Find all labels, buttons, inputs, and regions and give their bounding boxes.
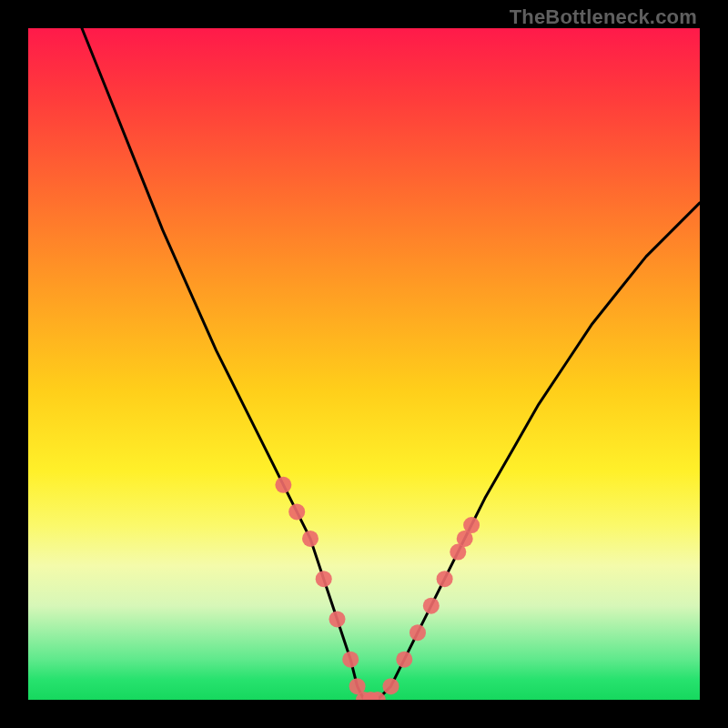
- data-marker: [383, 678, 399, 694]
- chart-frame: TheBottleneck.com: [0, 0, 728, 728]
- data-marker: [410, 624, 426, 641]
- data-marker: [463, 517, 480, 533]
- data-marker: [396, 652, 412, 668]
- bottleneck-curve: [82, 28, 700, 700]
- data-marker: [342, 652, 359, 668]
- data-marker: [329, 611, 346, 627]
- curve-svg: [28, 28, 700, 700]
- plot-area: [28, 28, 700, 700]
- data-marker: [316, 571, 332, 587]
- data-marker: [275, 477, 291, 493]
- data-marker: [288, 503, 305, 520]
- data-marker: [437, 571, 453, 587]
- attribution-label: TheBottleneck.com: [510, 5, 697, 29]
- data-marker: [423, 598, 440, 614]
- data-marker: [302, 531, 318, 547]
